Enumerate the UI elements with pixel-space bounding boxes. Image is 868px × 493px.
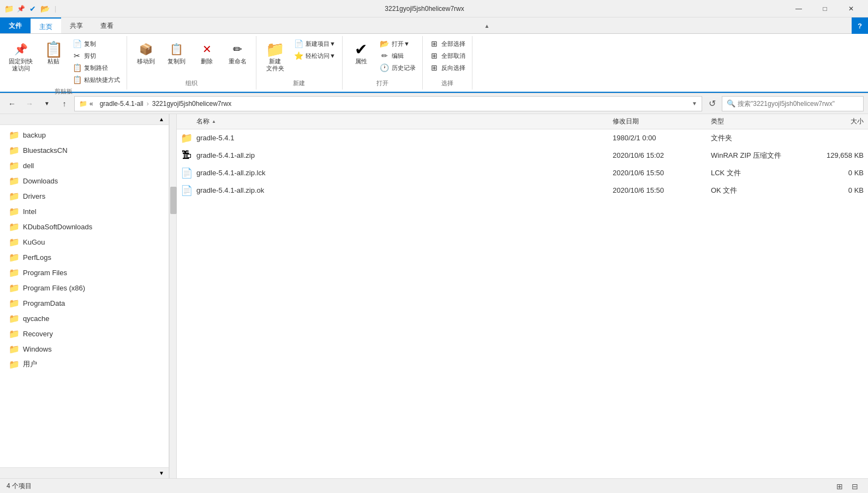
col-size[interactable]: 大小	[798, 117, 864, 126]
sidebar-item-bluestackscn[interactable]: 📁BluestacksCN	[0, 142, 169, 158]
table-row[interactable]: 📄 gradle-5.4.1-all.zip.lck 2020/10/6 15:…	[177, 164, 868, 182]
details-view-button[interactable]: ⊞	[833, 480, 846, 493]
sidebar-scrollbar[interactable]	[169, 114, 177, 478]
col-date[interactable]: 修改日期	[613, 117, 711, 126]
sidebar-item-kdubasoftdownloads[interactable]: 📁KDubaSoftDownloads	[0, 219, 169, 234]
address-bar[interactable]: 📁 « gradle-5.4.1-all › 3221gyojl5jsh0hel…	[74, 96, 702, 111]
sidebar-scrollbar-thumb[interactable]	[170, 187, 177, 214]
paste-shortcut-button[interactable]: 📋 粘贴快捷方式	[70, 74, 122, 85]
folder-icon: 📁	[9, 298, 20, 308]
address-current[interactable]: 3221gyojl5jsh0helicew7rwx	[152, 100, 231, 108]
tab-home[interactable]: 主页	[31, 17, 61, 33]
tab-file[interactable]: 文件	[0, 17, 31, 33]
sidebar-item-recovery[interactable]: 📁Recovery	[0, 326, 169, 341]
refresh-button[interactable]: ↺	[704, 96, 720, 111]
easy-access-icon: ⭐	[294, 51, 303, 60]
help-button[interactable]: ?	[852, 17, 868, 34]
select-group-label: 选择	[441, 79, 453, 87]
search-input[interactable]	[738, 100, 859, 108]
sidebar-scroll-up-arrow[interactable]: ▲	[159, 116, 164, 122]
address-part-2[interactable]: gradle-5.4.1-all	[100, 100, 143, 108]
invert-select-button[interactable]: ⊞ 反向选择	[427, 62, 468, 73]
forward-button[interactable]: →	[22, 96, 37, 111]
open-button[interactable]: 📂 打开▼	[378, 38, 418, 49]
folder-icon: 📁	[9, 130, 20, 140]
rename-button[interactable]: ✏ 重命名	[223, 38, 252, 67]
open-label: 打开▼	[392, 40, 410, 48]
sidebar-item-qycache[interactable]: 📁qycache	[0, 311, 169, 326]
col-type[interactable]: 类型	[711, 117, 798, 126]
copy-to-button[interactable]: 📋 复制到	[162, 38, 190, 67]
new-folder-button[interactable]: 📁 新建 文件夹	[261, 38, 289, 74]
up-button[interactable]: ↑	[57, 96, 72, 111]
file-type: LCK 文件	[711, 168, 798, 178]
edit-label: 编辑	[392, 52, 404, 60]
sidebar-item-windows[interactable]: 📁Windows	[0, 341, 169, 357]
move-to-button[interactable]: 📦 移动到	[131, 38, 160, 67]
edit-button[interactable]: ✏ 编辑	[378, 50, 418, 61]
folder-icon: 📁	[9, 206, 20, 217]
select-all-button[interactable]: ⊞ 全部选择	[427, 38, 468, 49]
ribbon-group-open: ✔ 属性 📂 打开▼ ✏ 编辑 🕐 历史记录	[343, 36, 423, 90]
sidebar-item-program-files[interactable]: 📁Program Files	[0, 265, 169, 280]
easy-access-button[interactable]: ⭐ 轻松访问▼	[291, 50, 338, 61]
move-to-label: 移动到	[137, 58, 155, 65]
properties-button[interactable]: ✔ 属性	[347, 38, 375, 67]
sidebar-item-drivers[interactable]: 📁Drivers	[0, 188, 169, 204]
new-group-label: 新建	[293, 79, 305, 87]
rename-icon: ✏	[229, 40, 246, 58]
sidebar-item-dell[interactable]: 📁dell	[0, 158, 169, 173]
ribbon-tabs: 文件 主页 共享 查看 ▲ ?	[0, 17, 868, 34]
pin-quick-access-button[interactable]: 📌 固定到快 速访问	[4, 38, 37, 74]
address-dropdown-button[interactable]: ▼	[692, 100, 697, 106]
sidebar-item-用户[interactable]: 📁用户	[0, 357, 169, 372]
sidebar-item-programdata[interactable]: 📁ProgramData	[0, 295, 169, 311]
copy-button[interactable]: 📄 复制	[70, 38, 122, 49]
table-row[interactable]: 📁 gradle-5.4.1 1980/2/1 0:00 文件夹	[177, 129, 868, 147]
copy-path-button[interactable]: 📋 复制路径	[70, 62, 122, 73]
minimize-button[interactable]: —	[786, 0, 811, 17]
sidebar-item-perflogs[interactable]: 📁PerfLogs	[0, 250, 169, 265]
sidebar-scroll-down-arrow[interactable]: ▼	[159, 470, 164, 476]
select-none-button[interactable]: ⊞ 全部取消	[427, 50, 468, 61]
new-item-button[interactable]: 📄 新建项目▼	[291, 38, 338, 49]
large-icons-button[interactable]: ⊟	[848, 480, 861, 493]
maximize-button[interactable]: □	[812, 0, 837, 17]
rename-label: 重命名	[229, 58, 247, 65]
delete-label: 删除	[201, 58, 213, 65]
history-button[interactable]: 🕐 历史记录	[378, 62, 418, 73]
ribbon-collapse-button[interactable]: ▲	[479, 17, 495, 34]
close-button[interactable]: ✕	[839, 0, 864, 17]
delete-button[interactable]: ✕ 删除	[193, 38, 221, 67]
folder-icon: 📁	[9, 359, 20, 370]
recent-button[interactable]: ▼	[39, 96, 55, 111]
pin-icon[interactable]: 📌	[16, 4, 25, 13]
table-row[interactable]: 📄 gradle-5.4.1-all.zip.ok 2020/10/6 15:5…	[177, 182, 868, 199]
folder-icon: 📁	[9, 237, 20, 247]
title-bar: 📁 📌 ✔ 📂 | 3221gyojl5jsh0helicew7rwx — □ …	[0, 0, 868, 17]
sidebar-item-kugou[interactable]: 📁KuGou	[0, 234, 169, 250]
table-row[interactable]: 🗜 gradle-5.4.1-all.zip 2020/10/6 15:02 W…	[177, 147, 868, 164]
file-type: OK 文件	[711, 186, 798, 195]
file-name: gradle-5.4.1-all.zip.lck	[196, 169, 613, 177]
sidebar-item-intel[interactable]: 📁Intel	[0, 204, 169, 219]
sidebar-item-backup[interactable]: 📁backup	[0, 127, 169, 142]
cut-button[interactable]: ✂ 剪切	[70, 50, 122, 61]
paste-button[interactable]: 📋 粘贴	[39, 38, 68, 67]
address-part-1[interactable]: «	[89, 100, 93, 108]
sidebar-item-downloads[interactable]: 📁Downloads	[0, 173, 169, 188]
back-button[interactable]: ←	[4, 96, 20, 111]
col-name[interactable]: 名称 ▲	[196, 117, 613, 126]
ribbon: 文件 主页 共享 查看 ▲ ? 📌 固定到快 速访问 📋 粘贴	[0, 17, 868, 93]
file-list: 📁 gradle-5.4.1 1980/2/1 0:00 文件夹 🗜 gradl…	[177, 129, 868, 478]
sidebar-scrollbar-track[interactable]	[170, 114, 176, 478]
tab-view[interactable]: 查看	[92, 17, 122, 33]
paste-shortcut-label: 粘贴快捷方式	[84, 76, 120, 84]
sidebar-item-program-files-(x86)[interactable]: 📁Program Files (x86)	[0, 280, 169, 295]
clipboard-items: 📌 固定到快 速访问 📋 粘贴 📄 复制 ✂ 剪切	[4, 38, 122, 85]
tab-share[interactable]: 共享	[61, 17, 92, 33]
folder-icon: 📁	[9, 191, 20, 201]
copy-path-label: 复制路径	[84, 64, 108, 72]
window-title: 3221gyojl5jsh0helicew7rwx	[63, 5, 786, 13]
status-bar: 4 个项目 ⊞ ⊟	[0, 478, 868, 493]
